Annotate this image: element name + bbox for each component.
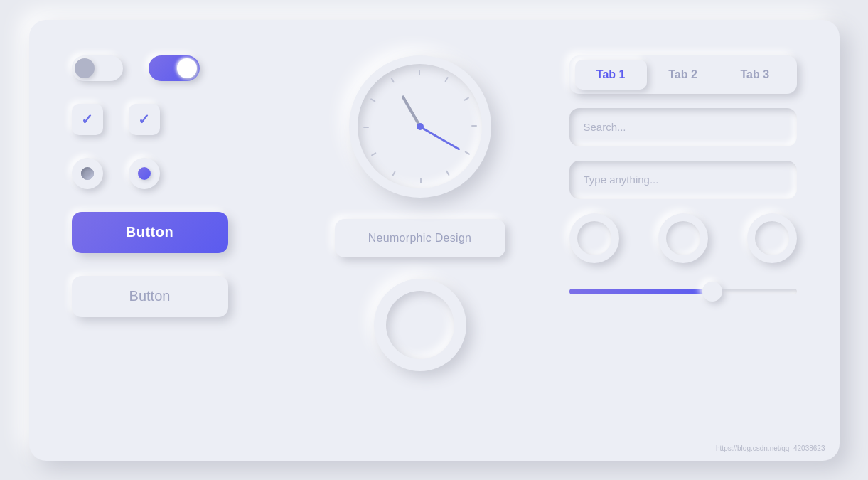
text-input[interactable] <box>584 174 783 186</box>
slider-fill <box>569 289 713 294</box>
tick-12 <box>419 70 420 75</box>
label-button[interactable]: Neumorphic Design <box>335 219 505 257</box>
checkbox-2[interactable]: ✓ <box>129 104 160 135</box>
mid-column: Neumorphic Design <box>299 55 541 425</box>
clock-inner <box>358 64 482 188</box>
tick-4 <box>464 151 470 155</box>
toggle-off[interactable] <box>72 55 123 81</box>
toggle-knob-on <box>177 58 197 78</box>
slider-thumb[interactable] <box>702 282 722 302</box>
toggle-on[interactable] <box>149 55 200 81</box>
tick-6 <box>420 178 422 183</box>
tick-10 <box>370 98 375 102</box>
small-knob-1-inner <box>577 221 611 255</box>
watermark: https://blog.csdn.net/qq_42038623 <box>716 444 825 452</box>
textarea-container <box>569 161 797 199</box>
hour-hand <box>401 95 421 127</box>
label-button-text: Neumorphic Design <box>368 232 472 245</box>
radio-row <box>72 158 271 189</box>
secondary-button[interactable]: Button <box>72 276 228 317</box>
tick-9 <box>363 127 369 128</box>
knob[interactable] <box>374 279 466 371</box>
tick-3 <box>471 125 477 127</box>
tab-2[interactable]: Tab 2 <box>647 60 719 90</box>
small-knob-3[interactable] <box>747 213 797 263</box>
knobs-row <box>569 213 797 263</box>
clock-center-dot <box>417 123 424 130</box>
main-card: ✓ ✓ Button Button <box>29 20 840 461</box>
toggle-knob-off <box>75 58 95 78</box>
radio-1[interactable] <box>72 158 103 189</box>
tick-11 <box>390 78 395 83</box>
tab-1[interactable]: Tab 1 <box>575 60 647 90</box>
tick-7 <box>392 171 396 176</box>
checkbox-1[interactable]: ✓ <box>72 104 103 135</box>
tick-1 <box>444 77 449 82</box>
primary-button[interactable]: Button <box>72 212 228 253</box>
small-knob-2-inner <box>666 221 700 255</box>
tabs-container: Tab 1 Tab 2 Tab 3 <box>569 55 797 94</box>
tick-5 <box>446 170 450 176</box>
knob-inner <box>386 291 454 359</box>
radio-dot-2 <box>138 167 151 180</box>
slider-track <box>569 289 797 294</box>
radio-2[interactable] <box>129 158 160 189</box>
check-icon-1: ✓ <box>81 111 93 128</box>
checkbox-row: ✓ ✓ <box>72 104 271 135</box>
search-input[interactable] <box>584 121 783 133</box>
left-column: ✓ ✓ Button Button <box>72 55 271 425</box>
small-knob-2[interactable] <box>658 213 708 263</box>
small-knob-3-inner <box>755 221 789 255</box>
right-column: Tab 1 Tab 2 Tab 3 <box>569 55 797 425</box>
tick-8 <box>370 152 376 156</box>
search-input-container <box>569 108 797 146</box>
toggle-row <box>72 55 271 81</box>
tab-3[interactable]: Tab 3 <box>719 60 791 90</box>
small-knob-1[interactable] <box>569 213 619 263</box>
minute-hand <box>419 125 461 150</box>
tick-2 <box>464 97 469 101</box>
radio-dot-1 <box>81 167 94 180</box>
clock <box>349 55 491 198</box>
slider-wrap <box>569 277 797 306</box>
check-icon-2: ✓ <box>138 111 150 128</box>
